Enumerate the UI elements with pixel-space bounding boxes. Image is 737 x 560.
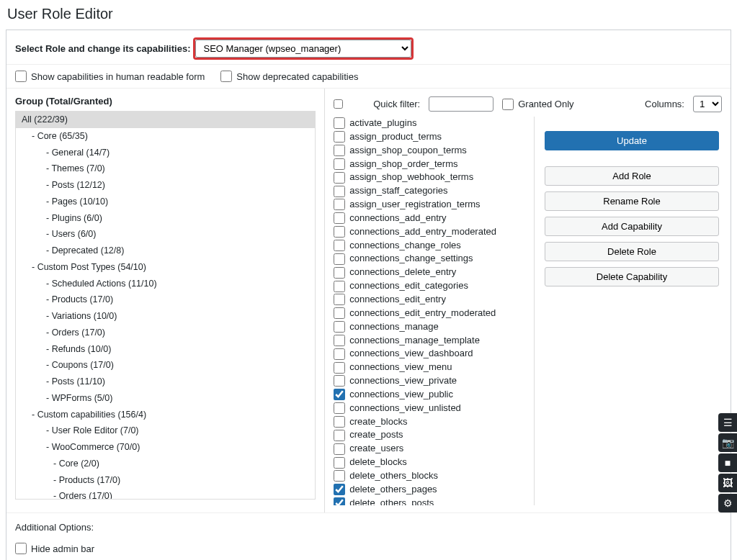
page-title: User Role Editor <box>6 6 731 22</box>
capability-checkbox[interactable] <box>334 131 345 143</box>
capability-checkbox[interactable] <box>334 497 345 505</box>
tree-item[interactable]: General (14/7) <box>16 145 315 161</box>
tree-item[interactable]: Custom Post Types (54/10) <box>16 259 315 276</box>
hide-admin-bar-option[interactable]: Hide admin bar <box>15 543 94 554</box>
tree-item[interactable]: Coupons (17/0) <box>16 357 315 374</box>
human-readable-checkbox[interactable] <box>15 71 27 82</box>
capability-checkbox[interactable] <box>334 199 345 210</box>
capability-checkbox[interactable] <box>334 172 345 184</box>
delete-role-button[interactable]: Delete Role <box>545 242 719 261</box>
capability-checkbox[interactable] <box>334 484 345 495</box>
capability-checkbox[interactable] <box>334 281 345 292</box>
capability-checkbox[interactable] <box>334 240 345 251</box>
capability-checkbox[interactable] <box>334 226 345 238</box>
capability-checkbox[interactable] <box>334 362 345 374</box>
tool-gallery-icon[interactable]: 🖼 <box>718 474 737 492</box>
group-tree[interactable]: All (222/39)Core (65/35)General (14/7)Th… <box>15 111 316 500</box>
capability-checkbox[interactable] <box>334 294 345 305</box>
tree-item[interactable]: Core (65/35) <box>16 128 315 145</box>
capability-checkbox[interactable] <box>334 457 345 469</box>
columns-select[interactable]: 1 <box>693 96 722 112</box>
human-readable-option[interactable]: Show capabilities in human readable form <box>15 71 205 82</box>
capability-checkbox[interactable] <box>334 348 345 360</box>
tree-item[interactable]: User Role Editor (7/0) <box>16 423 315 439</box>
capabilities-list[interactable]: activate_pluginsassign_product_termsassi… <box>334 117 535 505</box>
capability-checkbox[interactable] <box>334 416 345 428</box>
granted-only-label: Granted Only <box>518 99 573 109</box>
tree-item[interactable]: Core (2/0) <box>16 456 315 472</box>
capability-checkbox[interactable] <box>334 307 345 319</box>
tree-item[interactable]: Products (17/0) <box>16 292 315 308</box>
deprecated-checkbox[interactable] <box>220 71 232 82</box>
tree-item[interactable]: Orders (17/0) <box>16 325 315 341</box>
capability-checkbox[interactable] <box>334 470 345 482</box>
rename-role-button[interactable]: Rename Role <box>545 191 719 211</box>
update-button[interactable]: Update <box>545 131 719 150</box>
tree-item[interactable]: All (222/39) <box>16 112 315 128</box>
capability-label: create_blocks <box>349 415 407 429</box>
capability-label: delete_blocks <box>349 456 407 469</box>
capability-checkbox[interactable] <box>334 253 345 265</box>
capability-label: connections_view_private <box>349 374 457 388</box>
role-select[interactable]: SEO Manager (wpseo_manager) <box>195 40 411 58</box>
capability-item: connections_add_entry_moderated <box>334 225 530 239</box>
capability-label: connections_view_unlisted <box>349 402 461 415</box>
tree-item[interactable]: Refunds (10/0) <box>16 341 315 358</box>
tree-item[interactable]: Orders (17/0) <box>16 488 315 500</box>
capability-checkbox[interactable] <box>334 389 345 400</box>
tool-video-icon[interactable]: ■ <box>718 453 737 472</box>
select-all-checkbox[interactable] <box>334 99 343 109</box>
capability-label: connections_add_entry <box>349 212 446 225</box>
tree-item[interactable]: Posts (12/12) <box>16 177 315 194</box>
capability-label: create_posts <box>349 428 403 442</box>
capability-checkbox[interactable] <box>334 321 345 333</box>
add-role-button[interactable]: Add Role <box>545 166 719 186</box>
capability-item: connections_manage_template <box>334 334 530 348</box>
quick-filter-input[interactable] <box>429 96 493 112</box>
capability-item: assign_shop_webhook_terms <box>334 171 530 184</box>
capability-item: delete_others_posts <box>334 497 530 505</box>
tree-item[interactable]: Plugins (6/0) <box>16 210 315 227</box>
capability-checkbox[interactable] <box>334 375 345 387</box>
tree-item[interactable]: Custom capabilities (156/4) <box>16 407 315 423</box>
capability-item: connections_edit_entry <box>334 293 530 307</box>
tree-item[interactable]: Themes (7/0) <box>16 161 315 177</box>
hide-admin-bar-checkbox[interactable] <box>15 543 27 554</box>
capability-checkbox[interactable] <box>334 335 345 346</box>
delete-capability-button[interactable]: Delete Capability <box>545 267 719 286</box>
capability-checkbox[interactable] <box>334 186 345 197</box>
tool-gear-icon[interactable]: ⚙ <box>718 494 737 512</box>
deprecated-option[interactable]: Show deprecated capabilities <box>220 71 358 82</box>
capability-checkbox[interactable] <box>334 117 345 129</box>
tree-item[interactable]: Posts (11/10) <box>16 374 315 390</box>
capability-item: connections_view_unlisted <box>334 402 530 415</box>
tree-item[interactable]: Deprecated (12/8) <box>16 243 315 259</box>
tree-item[interactable]: Products (17/0) <box>16 472 315 489</box>
capability-checkbox[interactable] <box>334 212 345 224</box>
capability-item: connections_change_settings <box>334 252 530 266</box>
capability-item: delete_blocks <box>334 456 530 469</box>
add-capability-button[interactable]: Add Capability <box>545 217 719 236</box>
deprecated-label: Show deprecated capabilities <box>236 71 358 82</box>
granted-only-checkbox[interactable] <box>502 99 514 110</box>
capability-item: connections_manage <box>334 320 530 334</box>
capability-label: connections_view_dashboard <box>349 347 473 361</box>
capability-checkbox[interactable] <box>334 430 345 441</box>
tree-item[interactable]: Variations (10/0) <box>16 308 315 325</box>
tree-item[interactable]: Pages (10/10) <box>16 194 315 210</box>
capability-label: connections_change_settings <box>349 252 473 266</box>
capability-checkbox[interactable] <box>334 158 345 170</box>
tree-item[interactable]: WooCommerce (70/0) <box>16 439 315 456</box>
capability-checkbox[interactable] <box>334 402 345 414</box>
tool-camera-icon[interactable]: 📷 <box>718 433 737 452</box>
capability-item: connections_delete_entry <box>334 266 530 279</box>
tree-item[interactable]: Scheduled Actions (11/10) <box>16 276 315 292</box>
capability-checkbox[interactable] <box>334 267 345 279</box>
tree-item[interactable]: WPForms (5/0) <box>16 390 315 407</box>
granted-only-option[interactable]: Granted Only <box>502 99 573 110</box>
tree-item[interactable]: Users (6/0) <box>16 226 315 243</box>
capability-label: connections_delete_entry <box>349 266 456 279</box>
capability-checkbox[interactable] <box>334 443 345 455</box>
capability-checkbox[interactable] <box>334 145 345 156</box>
tool-menu-icon[interactable]: ☰ <box>718 413 737 432</box>
